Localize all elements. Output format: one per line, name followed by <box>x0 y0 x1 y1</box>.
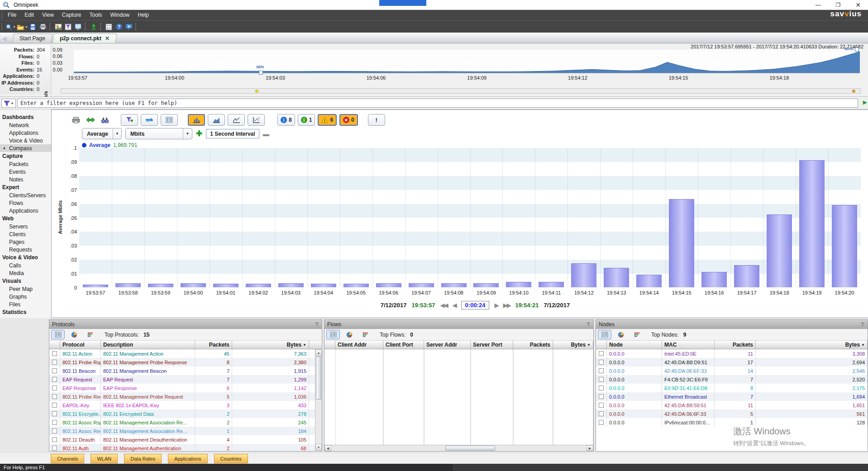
table-row[interactable]: 0.0.0.0F4:CB:52:3C:E6:F972,520 <box>596 375 868 384</box>
row-checkbox[interactable] <box>599 394 604 399</box>
table-row[interactable]: 802.11 Probe Req802.11 Management Probe … <box>49 392 322 401</box>
sidebar-item-requests[interactable]: Requests <box>0 246 51 253</box>
column-header-node[interactable]: Node <box>607 341 662 349</box>
sidebar-item-compass[interactable]: Compass <box>0 144 51 152</box>
sidebar-item-files[interactable]: Files <box>0 300 51 308</box>
informational-events-button[interactable]: i8 <box>277 114 295 126</box>
checkbox-cell[interactable] <box>49 409 60 418</box>
column-header-packets[interactable]: Packets <box>513 341 553 349</box>
checkbox-column-header[interactable] <box>596 341 607 349</box>
compass-bar-chart[interactable] <box>79 148 861 288</box>
column-header-packets[interactable]: Packets <box>715 341 756 349</box>
binoculars-search-icon[interactable] <box>99 115 111 125</box>
row-checkbox[interactable] <box>52 360 57 365</box>
vertical-scrollbar[interactable]: ▲▼ <box>315 349 322 451</box>
step-forward-icon[interactable]: ▶ <box>494 302 498 309</box>
checkbox-cell[interactable] <box>49 349 60 358</box>
table-row[interactable]: 802.11 Action802.11 Management Action457… <box>49 349 322 358</box>
checkbox-cell[interactable] <box>49 401 60 409</box>
row-checkbox[interactable] <box>52 446 57 451</box>
menu-edit[interactable]: Edit <box>20 10 38 20</box>
step-backward-icon[interactable]: ◀ <box>453 302 456 309</box>
sidebar-item-graphs[interactable]: Graphs <box>0 293 51 300</box>
line-chart-type-button[interactable] <box>228 114 245 126</box>
severe-events-button[interactable]: ✕0 <box>339 114 358 126</box>
checkbox-cell[interactable] <box>596 401 607 409</box>
tab-start-page[interactable]: Start Page <box>12 33 53 43</box>
row-checkbox[interactable] <box>52 385 57 390</box>
menu-file[interactable]: File <box>4 10 20 20</box>
bar-view-button[interactable] <box>630 330 644 339</box>
sidebar-item-packets[interactable]: Packets <box>0 160 51 168</box>
scatter-chart-type-button[interactable] <box>248 114 265 126</box>
column-header-server-addr[interactable]: Server Addr <box>424 341 471 349</box>
help-icon[interactable]: ? <box>114 22 124 31</box>
menu-view[interactable]: View <box>38 10 58 20</box>
checkbox-cell[interactable] <box>596 358 607 366</box>
menu-capture[interactable]: Capture <box>58 10 86 20</box>
table-row[interactable]: 0.0.0.042:45:DA:B8:59:51111,651 <box>596 401 868 409</box>
checkbox-cell[interactable] <box>596 366 607 375</box>
checkbox-column-header[interactable] <box>49 341 60 349</box>
table-row[interactable]: 0.0.0.042:45:DA:06:6F:335561 <box>596 409 868 418</box>
stats-tab-channels[interactable]: Channels <box>51 454 84 463</box>
row-checkbox[interactable] <box>52 420 57 425</box>
checkbox-cell[interactable] <box>49 384 60 392</box>
filter-menu-button[interactable]: ▼ <box>1 99 16 108</box>
filter-expression-input[interactable] <box>17 99 858 108</box>
timeline-range-slider[interactable] <box>61 88 861 94</box>
panel-title-bar[interactable]: Nodes⊤ <box>596 320 868 329</box>
capture-options-icon[interactable] <box>53 22 63 31</box>
checkbox-cell[interactable] <box>49 444 60 451</box>
table-row[interactable]: EAP ResponseEAP Response61,142 <box>49 384 322 392</box>
checkbox-cell[interactable] <box>596 384 607 392</box>
checkbox-cell[interactable] <box>49 427 60 435</box>
zoom-out-interval-icon[interactable]: ▬ <box>263 130 269 138</box>
list-view-button[interactable] <box>51 330 65 339</box>
menu-help[interactable]: Help <box>134 10 153 20</box>
options-icon[interactable] <box>104 22 114 31</box>
slider-handle-min[interactable] <box>255 90 258 93</box>
column-header-mac[interactable]: MAC <box>662 341 715 349</box>
make-filter-button[interactable] <box>121 114 138 126</box>
table-row[interactable]: 0.0.0.042:45:DA:B8:D9:51172,694 <box>596 358 868 366</box>
sidebar-item-notes[interactable]: Notes <box>0 176 51 183</box>
major-events-button[interactable]: !6 <box>318 114 337 126</box>
checkbox-cell[interactable] <box>596 375 607 384</box>
sidebar-item-calls[interactable]: Calls <box>0 262 51 269</box>
stats-tab-applications[interactable]: Applications <box>168 454 207 463</box>
auto-scroll-icon[interactable] <box>85 115 96 125</box>
table-row[interactable]: 0.0.0.0E0:9D:31:41:E6:D882,175 <box>596 384 868 392</box>
sidebar-item-applications[interactable]: Applications <box>0 129 51 137</box>
sidebar-item-clients-servers[interactable]: Clients/Servers <box>0 191 51 199</box>
mypeek-icon[interactable] <box>124 22 134 31</box>
row-checkbox[interactable] <box>52 377 57 382</box>
panel-title-bar[interactable]: Protocols⊤ <box>49 320 322 329</box>
print-icon[interactable] <box>70 115 82 125</box>
list-view-button[interactable] <box>598 330 611 339</box>
checkbox-cell[interactable] <box>49 392 60 401</box>
table-row[interactable]: 802.11 Deauth802.11 Management Deauthent… <box>49 435 322 444</box>
filters-icon[interactable] <box>63 22 73 31</box>
aggregate-select[interactable]: Average▼ <box>82 128 122 139</box>
pie-view-button[interactable] <box>343 330 356 339</box>
sidebar-item-network[interactable]: Network <box>0 121 51 129</box>
checkbox-cell[interactable] <box>596 349 607 358</box>
column-header-packets[interactable]: Packets <box>195 341 232 349</box>
pie-view-button[interactable] <box>614 330 628 339</box>
table-row[interactable]: 802.11 Assoc Req802.11 Management Associ… <box>49 427 322 435</box>
row-checkbox[interactable] <box>52 368 57 373</box>
table-row[interactable]: 802.11 Assoc Rsp802.11 Management Associ… <box>49 418 322 427</box>
column-header-client-port[interactable]: Client Port <box>383 341 424 349</box>
sidebar-item-voice-video[interactable]: Voice & Video <box>0 137 51 144</box>
bar-view-button[interactable] <box>84 330 97 339</box>
step-backward-fast-icon[interactable]: ◀◀ <box>440 302 448 309</box>
save-icon[interactable] <box>28 22 38 31</box>
bar-chart-type-button[interactable] <box>188 114 205 126</box>
column-header-server-port[interactable]: Server Port <box>471 341 513 349</box>
step-forward-fast-icon[interactable]: ▶▶ <box>503 302 510 309</box>
window-duration-box[interactable]: 0:00:24 <box>461 301 490 309</box>
sidebar-item-flows[interactable]: Flows <box>0 199 51 207</box>
tab-scroll-back-icon[interactable]: ◁ <box>0 34 9 43</box>
table-row[interactable]: 802.11 Probe Rsp802.11 Management Probe … <box>49 358 322 366</box>
